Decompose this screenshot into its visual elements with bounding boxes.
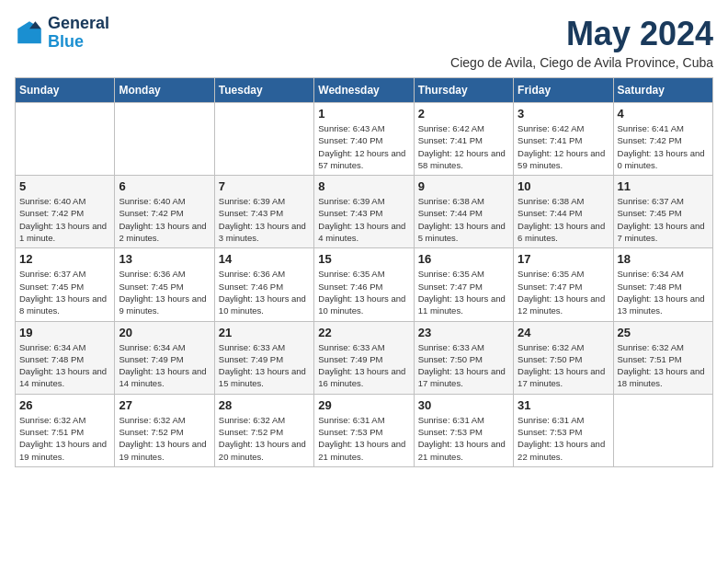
calendar-header-thursday: Thursday — [414, 78, 513, 103]
calendar-cell: 15Sunrise: 6:35 AM Sunset: 7:46 PM Dayli… — [314, 248, 414, 321]
calendar-cell: 13Sunrise: 6:36 AM Sunset: 7:45 PM Dayli… — [115, 248, 214, 321]
day-info: Sunrise: 6:39 AM Sunset: 7:43 PM Dayligh… — [219, 195, 310, 244]
logo-icon — [15, 18, 44, 48]
calendar-cell — [115, 103, 214, 176]
calendar-cell — [214, 103, 313, 176]
day-info: Sunrise: 6:34 AM Sunset: 7:49 PM Dayligh… — [119, 341, 210, 390]
day-number: 14 — [219, 252, 310, 266]
day-number: 27 — [119, 398, 210, 412]
calendar-cell: 29Sunrise: 6:31 AM Sunset: 7:53 PM Dayli… — [314, 394, 414, 466]
day-info: Sunrise: 6:38 AM Sunset: 7:44 PM Dayligh… — [418, 195, 509, 244]
day-info: Sunrise: 6:34 AM Sunset: 7:48 PM Dayligh… — [19, 341, 110, 390]
calendar-cell: 2Sunrise: 6:42 AM Sunset: 7:41 PM Daylig… — [414, 103, 513, 176]
day-number: 5 — [19, 179, 110, 193]
calendar-table: SundayMondayTuesdayWednesdayThursdayFrid… — [15, 77, 713, 467]
day-info: Sunrise: 6:32 AM Sunset: 7:50 PM Dayligh… — [518, 341, 609, 390]
calendar-cell: 23Sunrise: 6:33 AM Sunset: 7:50 PM Dayli… — [414, 321, 513, 394]
day-info: Sunrise: 6:33 AM Sunset: 7:49 PM Dayligh… — [219, 341, 310, 390]
day-number: 20 — [119, 326, 210, 339]
day-number: 18 — [618, 252, 709, 266]
day-number: 17 — [518, 252, 609, 266]
day-number: 4 — [618, 107, 709, 121]
day-info: Sunrise: 6:40 AM Sunset: 7:42 PM Dayligh… — [119, 195, 210, 244]
day-info: Sunrise: 6:32 AM Sunset: 7:52 PM Dayligh… — [119, 414, 210, 463]
day-number: 12 — [19, 252, 110, 266]
calendar-cell: 7Sunrise: 6:39 AM Sunset: 7:43 PM Daylig… — [214, 176, 313, 248]
day-number: 29 — [318, 398, 409, 412]
day-number: 2 — [418, 107, 509, 121]
calendar-header-saturday: Saturday — [613, 78, 712, 103]
calendar-cell: 5Sunrise: 6:40 AM Sunset: 7:42 PM Daylig… — [16, 176, 115, 248]
calendar-cell: 25Sunrise: 6:32 AM Sunset: 7:51 PM Dayli… — [613, 321, 712, 394]
calendar-cell: 20Sunrise: 6:34 AM Sunset: 7:49 PM Dayli… — [115, 321, 214, 394]
calendar-cell: 16Sunrise: 6:35 AM Sunset: 7:47 PM Dayli… — [414, 248, 513, 321]
calendar-cell: 26Sunrise: 6:32 AM Sunset: 7:51 PM Dayli… — [16, 394, 115, 466]
day-number: 25 — [618, 326, 709, 339]
title-block: May 2024 Ciego de Avila, Ciego de Avila … — [450, 15, 713, 70]
calendar-header-sunday: Sunday — [16, 78, 115, 103]
day-info: Sunrise: 6:37 AM Sunset: 7:45 PM Dayligh… — [19, 268, 110, 316]
calendar-week-1: 1Sunrise: 6:43 AM Sunset: 7:40 PM Daylig… — [16, 103, 713, 176]
calendar-cell: 6Sunrise: 6:40 AM Sunset: 7:42 PM Daylig… — [115, 176, 214, 248]
calendar-cell: 19Sunrise: 6:34 AM Sunset: 7:48 PM Dayli… — [16, 321, 115, 394]
day-number: 9 — [418, 179, 509, 193]
calendar-cell: 9Sunrise: 6:38 AM Sunset: 7:44 PM Daylig… — [414, 176, 513, 248]
day-info: Sunrise: 6:31 AM Sunset: 7:53 PM Dayligh… — [418, 414, 509, 463]
day-number: 7 — [219, 179, 310, 193]
day-info: Sunrise: 6:34 AM Sunset: 7:48 PM Dayligh… — [618, 268, 709, 316]
calendar-header-wednesday: Wednesday — [314, 78, 414, 103]
calendar-header-monday: Monday — [115, 78, 214, 103]
calendar-cell: 14Sunrise: 6:36 AM Sunset: 7:46 PM Dayli… — [214, 248, 313, 321]
page-header: General Blue May 2024 Ciego de Avila, Ci… — [15, 15, 713, 70]
day-info: Sunrise: 6:40 AM Sunset: 7:42 PM Dayligh… — [19, 195, 110, 244]
day-info: Sunrise: 6:31 AM Sunset: 7:53 PM Dayligh… — [518, 414, 609, 463]
logo-text: General Blue — [48, 15, 109, 52]
calendar-header-row: SundayMondayTuesdayWednesdayThursdayFrid… — [16, 78, 713, 103]
calendar-cell: 17Sunrise: 6:35 AM Sunset: 7:47 PM Dayli… — [514, 248, 613, 321]
calendar-cell — [613, 394, 712, 466]
day-number: 21 — [219, 326, 310, 339]
calendar-cell: 3Sunrise: 6:42 AM Sunset: 7:41 PM Daylig… — [514, 103, 613, 176]
calendar-cell: 4Sunrise: 6:41 AM Sunset: 7:42 PM Daylig… — [613, 103, 712, 176]
day-number: 15 — [318, 252, 409, 266]
day-number: 3 — [518, 107, 609, 121]
day-info: Sunrise: 6:41 AM Sunset: 7:42 PM Dayligh… — [618, 122, 709, 171]
day-info: Sunrise: 6:31 AM Sunset: 7:53 PM Dayligh… — [318, 414, 409, 463]
day-info: Sunrise: 6:42 AM Sunset: 7:41 PM Dayligh… — [418, 122, 509, 171]
calendar-cell — [16, 103, 115, 176]
calendar-cell: 18Sunrise: 6:34 AM Sunset: 7:48 PM Dayli… — [613, 248, 712, 321]
day-number: 10 — [518, 179, 609, 193]
calendar-cell: 11Sunrise: 6:37 AM Sunset: 7:45 PM Dayli… — [613, 176, 712, 248]
location: Ciego de Avila, Ciego de Avila Province,… — [450, 55, 713, 70]
calendar-cell: 1Sunrise: 6:43 AM Sunset: 7:40 PM Daylig… — [314, 103, 414, 176]
day-number: 26 — [19, 398, 110, 412]
calendar-cell: 21Sunrise: 6:33 AM Sunset: 7:49 PM Dayli… — [214, 321, 313, 394]
calendar-week-3: 12Sunrise: 6:37 AM Sunset: 7:45 PM Dayli… — [16, 248, 713, 321]
day-info: Sunrise: 6:43 AM Sunset: 7:40 PM Dayligh… — [318, 122, 409, 171]
day-info: Sunrise: 6:32 AM Sunset: 7:51 PM Dayligh… — [19, 414, 110, 463]
day-info: Sunrise: 6:32 AM Sunset: 7:52 PM Dayligh… — [219, 414, 310, 463]
calendar-cell: 22Sunrise: 6:33 AM Sunset: 7:49 PM Dayli… — [314, 321, 414, 394]
day-info: Sunrise: 6:32 AM Sunset: 7:51 PM Dayligh… — [618, 341, 709, 390]
day-number: 30 — [418, 398, 509, 412]
day-info: Sunrise: 6:33 AM Sunset: 7:49 PM Dayligh… — [318, 341, 409, 390]
calendar-header-tuesday: Tuesday — [214, 78, 313, 103]
day-number: 13 — [119, 252, 210, 266]
day-info: Sunrise: 6:33 AM Sunset: 7:50 PM Dayligh… — [418, 341, 509, 390]
day-number: 31 — [518, 398, 609, 412]
day-info: Sunrise: 6:39 AM Sunset: 7:43 PM Dayligh… — [318, 195, 409, 244]
calendar-cell: 8Sunrise: 6:39 AM Sunset: 7:43 PM Daylig… — [314, 176, 414, 248]
day-number: 22 — [318, 326, 409, 339]
day-number: 16 — [418, 252, 509, 266]
day-info: Sunrise: 6:35 AM Sunset: 7:47 PM Dayligh… — [518, 268, 609, 316]
calendar-header-friday: Friday — [514, 78, 613, 103]
day-info: Sunrise: 6:38 AM Sunset: 7:44 PM Dayligh… — [518, 195, 609, 244]
day-info: Sunrise: 6:37 AM Sunset: 7:45 PM Dayligh… — [618, 195, 709, 244]
logo: General Blue — [15, 15, 109, 52]
calendar-cell: 24Sunrise: 6:32 AM Sunset: 7:50 PM Dayli… — [514, 321, 613, 394]
day-info: Sunrise: 6:36 AM Sunset: 7:45 PM Dayligh… — [119, 268, 210, 316]
day-number: 8 — [318, 179, 409, 193]
day-number: 23 — [418, 326, 509, 339]
calendar-cell: 10Sunrise: 6:38 AM Sunset: 7:44 PM Dayli… — [514, 176, 613, 248]
day-info: Sunrise: 6:35 AM Sunset: 7:46 PM Dayligh… — [318, 268, 409, 316]
